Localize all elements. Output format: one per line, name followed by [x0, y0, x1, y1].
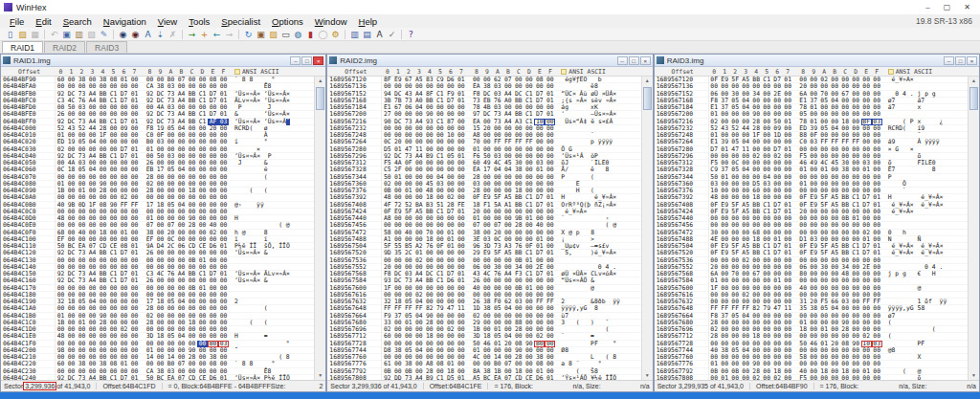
ascii-cell[interactable]: [888, 222, 947, 229]
hex-byte[interactable]: 07: [176, 375, 187, 380]
child-close-icon[interactable]: ×: [640, 56, 651, 65]
scroll-down-icon[interactable]: ▼: [642, 371, 653, 380]
scroll-down-icon[interactable]: ▼: [315, 371, 325, 380]
hex-row[interactable]: 168956780892DD73A4B9C1D501A5BCEA07CDCED6…: [329, 375, 640, 380]
child-restore-icon[interactable]: □: [955, 56, 966, 65]
hex-byte[interactable]: BC: [155, 375, 166, 380]
find-hex-icon[interactable]: A: [142, 29, 154, 40]
hex-byte[interactable]: D6: [534, 375, 545, 380]
hex-byte[interactable]: B9: [424, 375, 434, 380]
go-back-icon[interactable]: ←: [211, 29, 223, 40]
child-minimize-icon[interactable]: –: [944, 56, 954, 65]
hex-byte[interactable]: D7: [119, 375, 129, 380]
hex-byte[interactable]: 01: [720, 375, 730, 380]
help-icon[interactable]: ?: [405, 29, 417, 40]
vertical-scrollbar[interactable]: ▲▼: [641, 77, 653, 380]
ascii-cell[interactable]: P: [888, 174, 947, 181]
hex-byte[interactable]: F5: [798, 375, 809, 380]
ascii-cell[interactable]: 5, )é_¥»Á×: [561, 250, 620, 256]
hex-byte[interactable]: DD: [392, 375, 403, 380]
maximize-icon[interactable]: ▢: [944, 3, 951, 11]
child-minimize-icon[interactable]: –: [617, 56, 628, 65]
hex-byte[interactable]: BB: [98, 375, 108, 380]
ascii-cell[interactable]: Õ: [888, 181, 947, 188]
offset-column-header[interactable]: Offset: [329, 68, 382, 76]
find-replace-icon[interactable]: ◉: [129, 29, 142, 40]
ascii-cell[interactable]: °: [234, 341, 294, 347]
open-file-icon[interactable]: ▨: [16, 29, 29, 40]
ascii-cell[interactable]: é_¥»Á×: [888, 77, 947, 83]
child-title-bar[interactable]: RAID3.img–□×: [655, 55, 979, 67]
hex-byte[interactable]: A4: [87, 375, 98, 380]
ascii-cell[interactable]: [888, 257, 947, 264]
menu-item-search[interactable]: Search: [57, 16, 98, 27]
new-file-icon[interactable]: ▯: [4, 29, 16, 40]
clipboard-icon[interactable]: ▧: [85, 29, 98, 40]
hex-byte[interactable]: 73: [403, 375, 413, 380]
vertical-scrollbar[interactable]: ▲▼: [314, 77, 325, 380]
hex-byte[interactable]: 01: [545, 375, 555, 380]
tab-raid3[interactable]: RAID3: [86, 41, 127, 53]
hex-byte[interactable]: 00: [861, 375, 872, 380]
hex-byte[interactable]: A4: [413, 375, 424, 380]
child-close-icon[interactable]: ×: [313, 56, 323, 65]
ascii-cell[interactable]: á7 x: [888, 104, 947, 111]
hex-row[interactable]: 16895678080001000002000200F5000000000000…: [657, 375, 968, 380]
ascii-cell[interactable]: ’Üs¤»Á× &: [234, 277, 294, 284]
hex-byte[interactable]: EA: [166, 375, 176, 380]
ascii-cell[interactable]: PF: [888, 341, 947, 347]
ascii-cell[interactable]: PF °: [561, 341, 620, 347]
refresh-icon[interactable]: ↻: [242, 29, 255, 40]
ascii-cell[interactable]: j p g € H: [888, 271, 947, 277]
ascii-cell[interactable]: P (: [561, 174, 620, 181]
ascii-cell[interactable]: 3 ( ) ˆ: [561, 320, 620, 326]
hex-byte[interactable]: 07: [502, 375, 513, 380]
ascii-cell[interactable]: (: [234, 174, 294, 181]
menu-item-navigation[interactable]: Navigation: [98, 16, 152, 27]
ascii-cell[interactable]: @: [561, 285, 620, 292]
menu-item-edit[interactable]: Edit: [30, 16, 56, 27]
scrollbar-thumb[interactable]: [316, 87, 324, 110]
interpreter-icon[interactable]: ▮: [304, 29, 317, 40]
edit-mode-icon[interactable]: ✎: [98, 29, 110, 40]
hex-byte[interactable]: DC: [66, 375, 77, 380]
hex-byte[interactable]: 92: [56, 375, 66, 380]
tab-raid1[interactable]: RAID1: [2, 41, 43, 53]
cascade-windows-icon[interactable]: ▤: [361, 29, 373, 40]
offset-column-header[interactable]: Offset: [3, 68, 56, 76]
folder-tools-icon[interactable]: ▨: [267, 29, 279, 40]
ascii-cell[interactable]: õ FILE0: [888, 160, 947, 166]
hex-byte[interactable]: 00: [783, 375, 793, 380]
ascii-cell[interactable]: ÃLv¤»Á× ’Üs¤»Á×: [234, 98, 294, 104]
hex-byte[interactable]: 01: [129, 375, 140, 380]
ascii-cell[interactable]: ’Üs¤»Á× &: [234, 250, 294, 256]
child-title-bar[interactable]: RAID1.img–□×: [1, 55, 325, 67]
scroll-up-icon[interactable]: ▲: [969, 77, 979, 85]
child-minimize-icon[interactable]: –: [290, 56, 301, 65]
ascii-cell[interactable]: í °: [234, 139, 294, 145]
scroll-up-icon[interactable]: ▲: [315, 77, 325, 85]
scrollbar-thumb[interactable]: [969, 87, 978, 110]
ascii-cell[interactable]: ( (: [234, 188, 294, 194]
menu-item-help[interactable]: Help: [353, 16, 384, 27]
child-restore-icon[interactable]: □: [629, 56, 639, 65]
ascii-cell[interactable]: H =: [234, 333, 294, 340]
go-forward-icon[interactable]: →: [186, 29, 198, 40]
ascii-cell[interactable]: [234, 209, 294, 215]
hex-byte[interactable]: EA: [492, 375, 502, 380]
ascii-cell[interactable]: (: [234, 305, 294, 312]
hex-byte[interactable]: 00: [741, 375, 751, 380]
paste-icon[interactable]: ▥: [73, 29, 85, 40]
hex-byte[interactable]: 00: [762, 375, 772, 380]
vertical-scrollbar[interactable]: ▲▼: [968, 77, 979, 380]
gear-icon[interactable]: ⚙: [329, 29, 342, 40]
find-text-icon[interactable]: ◉: [117, 29, 129, 40]
hex-byte[interactable]: 02: [772, 375, 783, 380]
minimize-icon[interactable]: –: [925, 3, 929, 11]
check-icon[interactable]: ✓: [386, 29, 398, 40]
go-next-icon[interactable]: →: [223, 29, 235, 40]
scrollbar-thumb[interactable]: [643, 87, 652, 110]
hex-byte[interactable]: 00: [830, 375, 840, 380]
hex-byte[interactable]: 00: [709, 375, 720, 380]
menu-item-window[interactable]: Window: [309, 16, 353, 27]
